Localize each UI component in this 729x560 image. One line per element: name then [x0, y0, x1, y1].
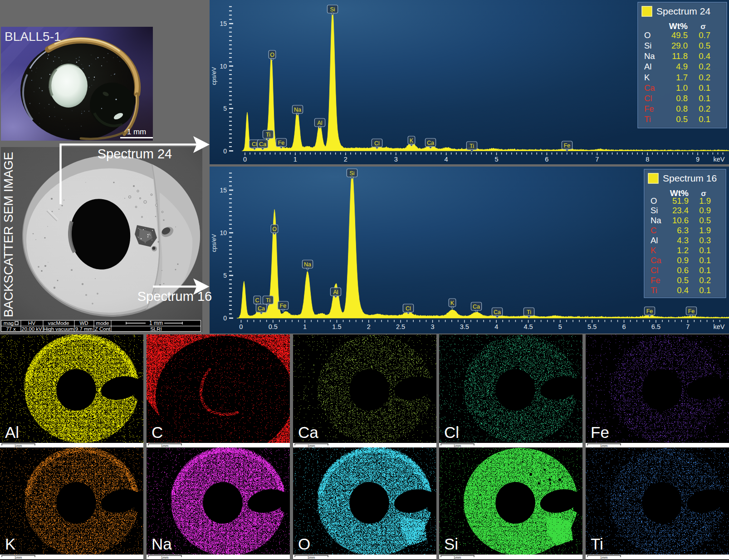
svg-text:K: K [644, 73, 650, 82]
svg-text:0.2: 0.2 [699, 73, 710, 82]
svg-text:1.9: 1.9 [699, 226, 711, 235]
svg-text:O: O [272, 226, 277, 232]
svg-text:15: 15 [220, 187, 227, 194]
svg-text:C: C [255, 297, 259, 304]
svg-text:0: 0 [243, 156, 247, 163]
svg-text:K: K [410, 138, 414, 144]
svg-text:0.1: 0.1 [699, 93, 710, 103]
svg-text:9: 9 [696, 156, 700, 163]
svg-text:4.9: 4.9 [676, 62, 688, 71]
svg-text:0.9: 0.9 [677, 255, 689, 265]
svg-text:0.1: 0.1 [699, 246, 711, 255]
svg-text:0.4: 0.4 [677, 285, 689, 295]
svg-text:Si: Si [349, 170, 354, 177]
svg-text:49.5: 49.5 [671, 30, 688, 40]
svg-text:5.5: 5.5 [587, 323, 597, 330]
svg-text:0.6: 0.6 [677, 265, 689, 275]
svg-text:0.5: 0.5 [677, 275, 689, 285]
svg-text:0.5: 0.5 [269, 323, 278, 330]
svg-text:1: 1 [294, 156, 297, 163]
svg-text:20.00 kV: 20.00 kV [21, 326, 42, 332]
svg-text:77 x: 77 x [6, 326, 16, 332]
svg-text:1.2: 1.2 [677, 246, 689, 255]
svg-text:O: O [298, 535, 310, 553]
svg-text:0.4: 0.4 [699, 51, 710, 61]
svg-text:3: 3 [431, 323, 434, 330]
svg-text:6: 6 [622, 323, 626, 330]
svg-text:Si: Si [644, 41, 651, 50]
svg-text:4: 4 [494, 323, 498, 330]
svg-text:10: 10 [220, 63, 227, 70]
svg-text:6: 6 [545, 156, 548, 163]
svg-text:6.3: 6.3 [677, 226, 689, 235]
svg-text:0.8: 0.8 [676, 104, 688, 113]
svg-text:Si: Si [444, 535, 458, 553]
svg-text:1.9: 1.9 [699, 196, 711, 206]
svg-text:0: 0 [223, 147, 227, 155]
svg-text:Z Cont: Z Cont [95, 326, 111, 332]
svg-text:6.5: 6.5 [651, 323, 661, 330]
svg-text:Na: Na [304, 261, 311, 268]
svg-text:Ca: Ca [298, 423, 318, 441]
svg-text:1mm: 1mm [454, 555, 461, 560]
svg-text:High vacuum: High vacuum [43, 326, 73, 332]
svg-text:1mm: 1mm [308, 444, 315, 447]
svg-text:O: O [270, 52, 274, 58]
svg-text:Cl: Cl [444, 423, 459, 441]
svg-text:Na: Na [294, 107, 301, 113]
svg-text:3: 3 [394, 156, 398, 163]
svg-text:5: 5 [558, 323, 562, 330]
svg-text:Ti: Ti [266, 132, 270, 138]
svg-text:9.7 mm: 9.7 mm [75, 326, 93, 332]
svg-text:1.5: 1.5 [332, 323, 341, 330]
svg-text:4.3: 4.3 [677, 236, 689, 245]
svg-text:0.7: 0.7 [699, 30, 710, 40]
svg-text:15: 15 [220, 20, 227, 27]
svg-text:Cl: Cl [644, 93, 652, 103]
svg-text:1mm: 1mm [161, 555, 169, 560]
svg-text:Ca: Ca [258, 305, 265, 312]
svg-text:0.1: 0.1 [699, 285, 711, 295]
svg-text:Ti: Ti [527, 309, 531, 315]
svg-text:Al: Al [333, 289, 338, 295]
svg-text:0.1: 0.1 [699, 114, 710, 124]
svg-text:1.7: 1.7 [676, 73, 688, 82]
svg-text:Ca: Ca [494, 309, 501, 315]
svg-text:mag: mag [4, 320, 14, 326]
svg-text:1mm: 1mm [15, 555, 22, 560]
svg-text:0.2: 0.2 [699, 104, 710, 113]
svg-text:Al: Al [651, 236, 658, 245]
svg-text:Ca: Ca [473, 304, 480, 310]
svg-text:C: C [651, 226, 656, 235]
svg-text:Cl: Cl [374, 140, 380, 147]
svg-text:1mm: 1mm [600, 555, 608, 560]
svg-text:WD: WD [79, 320, 88, 326]
svg-text:0.3: 0.3 [699, 236, 711, 245]
svg-text:Na: Na [651, 216, 661, 225]
svg-text:K: K [5, 535, 15, 553]
svg-text:0.1: 0.1 [699, 265, 711, 275]
svg-text:Fe: Fe [280, 303, 287, 309]
svg-text:1 mm: 1 mm [127, 128, 147, 136]
svg-text:0.2: 0.2 [699, 275, 711, 285]
svg-text:HV: HV [28, 320, 35, 326]
svg-text:7: 7 [595, 156, 599, 163]
svg-text:4.5: 4.5 [524, 323, 533, 330]
svg-text:Spectrum 24: Spectrum 24 [656, 6, 710, 16]
svg-text:1mm: 1mm [15, 444, 22, 447]
svg-text:10: 10 [220, 229, 227, 236]
svg-text:2: 2 [344, 156, 347, 163]
svg-text:2: 2 [367, 323, 371, 330]
svg-text:Fe: Fe [646, 308, 653, 314]
svg-text:0.2: 0.2 [699, 62, 710, 71]
svg-text:Fe: Fe [278, 140, 285, 146]
svg-text:7: 7 [686, 323, 690, 330]
svg-text:mode: mode [96, 320, 109, 326]
svg-text:10.6: 10.6 [672, 216, 689, 225]
svg-text:Si: Si [651, 206, 658, 215]
svg-text:Ti: Ti [644, 114, 651, 124]
svg-text:Si: Si [330, 6, 335, 13]
svg-text:Al: Al [317, 120, 322, 126]
svg-text:vacMode: vacMode [48, 320, 69, 326]
svg-text:K: K [450, 300, 455, 306]
